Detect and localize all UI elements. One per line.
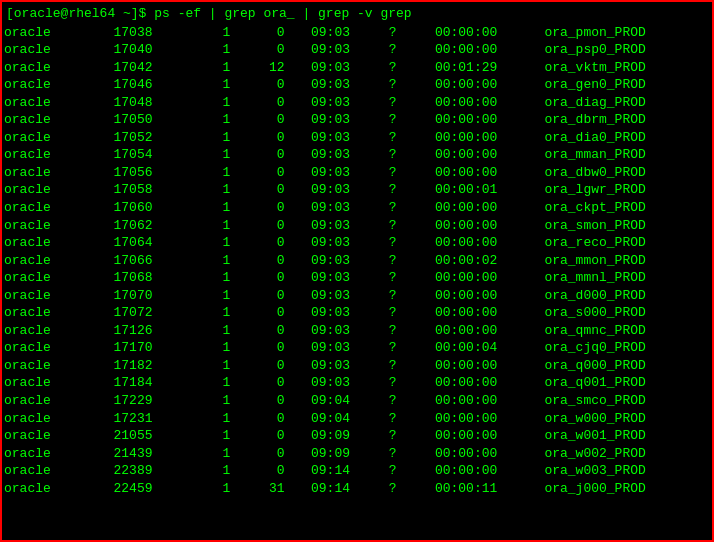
col-stime: 09:03	[303, 41, 381, 59]
col-user: oracle	[4, 234, 106, 252]
col-c: 0	[261, 234, 303, 252]
col-ppid: 1	[183, 181, 261, 199]
col-tty: ?	[381, 269, 435, 287]
col-cmd: ora_w003_PROD	[537, 462, 710, 480]
col-c: 0	[261, 427, 303, 445]
col-stime: 09:03	[303, 181, 381, 199]
col-stime: 09:03	[303, 234, 381, 252]
col-stime: 09:03	[303, 339, 381, 357]
col-ppid: 1	[183, 339, 261, 357]
col-time: 00:00:00	[435, 199, 537, 217]
col-user: oracle	[4, 146, 106, 164]
col-time: 00:00:00	[435, 41, 537, 59]
col-time: 00:00:00	[435, 269, 537, 287]
col-tty: ?	[381, 304, 435, 322]
col-time: 00:00:00	[435, 462, 537, 480]
col-c: 0	[261, 374, 303, 392]
col-cmd: ora_smco_PROD	[537, 392, 710, 410]
col-user: oracle	[4, 94, 106, 112]
col-stime: 09:03	[303, 146, 381, 164]
table-row: oracle 17231 1 0 09:04 ? 00:00:00 ora_w0…	[4, 410, 710, 428]
col-time: 00:00:00	[435, 234, 537, 252]
col-c: 0	[261, 339, 303, 357]
col-tty: ?	[381, 357, 435, 375]
col-pid: 17184	[106, 374, 184, 392]
col-stime: 09:03	[303, 217, 381, 235]
col-ppid: 1	[183, 374, 261, 392]
col-ppid: 1	[183, 217, 261, 235]
col-tty: ?	[381, 427, 435, 445]
table-row: oracle 17066 1 0 09:03 ? 00:00:02 ora_mm…	[4, 252, 710, 270]
table-row: oracle 22459 1 31 09:14 ? 00:00:11 ora_j…	[4, 480, 710, 498]
col-c: 0	[261, 322, 303, 340]
col-time: 00:00:00	[435, 357, 537, 375]
col-c: 0	[261, 146, 303, 164]
col-cmd: ora_ckpt_PROD	[537, 199, 710, 217]
col-time: 00:00:02	[435, 252, 537, 270]
col-c: 0	[261, 181, 303, 199]
col-cmd: ora_smon_PROD	[537, 217, 710, 235]
col-stime: 09:04	[303, 410, 381, 428]
col-c: 0	[261, 392, 303, 410]
col-time: 00:00:00	[435, 445, 537, 463]
col-pid: 17066	[106, 252, 184, 270]
col-cmd: ora_mmnl_PROD	[537, 269, 710, 287]
col-ppid: 1	[183, 445, 261, 463]
col-tty: ?	[381, 164, 435, 182]
col-tty: ?	[381, 129, 435, 147]
col-c: 0	[261, 445, 303, 463]
col-pid: 22459	[106, 480, 184, 498]
col-pid: 21055	[106, 427, 184, 445]
col-user: oracle	[4, 410, 106, 428]
table-row: oracle 17048 1 0 09:03 ? 00:00:00 ora_di…	[4, 94, 710, 112]
col-c: 0	[261, 357, 303, 375]
col-tty: ?	[381, 374, 435, 392]
col-cmd: ora_lgwr_PROD	[537, 181, 710, 199]
col-user: oracle	[4, 252, 106, 270]
col-tty: ?	[381, 392, 435, 410]
col-pid: 17052	[106, 129, 184, 147]
col-user: oracle	[4, 111, 106, 129]
col-stime: 09:03	[303, 269, 381, 287]
col-user: oracle	[4, 339, 106, 357]
col-tty: ?	[381, 234, 435, 252]
col-pid: 17056	[106, 164, 184, 182]
col-ppid: 1	[183, 59, 261, 77]
col-user: oracle	[4, 462, 106, 480]
col-c: 12	[261, 59, 303, 77]
col-user: oracle	[4, 129, 106, 147]
col-ppid: 1	[183, 94, 261, 112]
col-stime: 09:03	[303, 24, 381, 42]
col-user: oracle	[4, 392, 106, 410]
col-user: oracle	[4, 374, 106, 392]
col-pid: 17046	[106, 76, 184, 94]
col-user: oracle	[4, 24, 106, 42]
col-cmd: ora_gen0_PROD	[537, 76, 710, 94]
table-row: oracle 17126 1 0 09:03 ? 00:00:00 ora_qm…	[4, 322, 710, 340]
col-cmd: ora_dbw0_PROD	[537, 164, 710, 182]
col-user: oracle	[4, 199, 106, 217]
col-stime: 09:14	[303, 462, 381, 480]
col-ppid: 1	[183, 24, 261, 42]
col-time: 00:00:00	[435, 76, 537, 94]
col-ppid: 1	[183, 410, 261, 428]
col-cmd: ora_w000_PROD	[537, 410, 710, 428]
col-time: 00:00:00	[435, 146, 537, 164]
col-time: 00:00:01	[435, 181, 537, 199]
col-tty: ?	[381, 462, 435, 480]
col-c: 0	[261, 164, 303, 182]
col-tty: ?	[381, 410, 435, 428]
col-ppid: 1	[183, 287, 261, 305]
col-ppid: 1	[183, 480, 261, 498]
col-ppid: 1	[183, 234, 261, 252]
col-cmd: ora_w002_PROD	[537, 445, 710, 463]
table-row: oracle 17060 1 0 09:03 ? 00:00:00 ora_ck…	[4, 199, 710, 217]
col-c: 0	[261, 269, 303, 287]
col-ppid: 1	[183, 41, 261, 59]
col-user: oracle	[4, 59, 106, 77]
col-time: 00:00:00	[435, 392, 537, 410]
col-tty: ?	[381, 339, 435, 357]
col-user: oracle	[4, 304, 106, 322]
col-cmd: ora_qmnc_PROD	[537, 322, 710, 340]
col-c: 0	[261, 24, 303, 42]
